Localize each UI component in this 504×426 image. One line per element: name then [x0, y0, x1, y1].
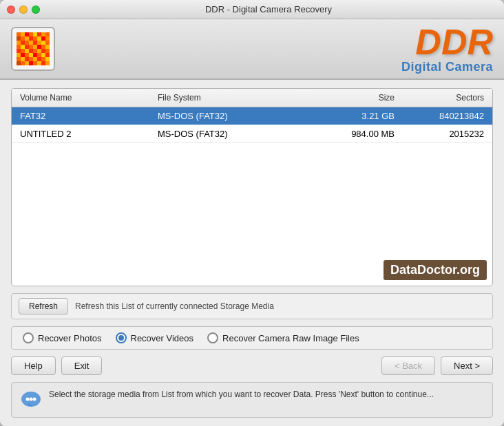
svg-rect-60: [33, 61, 37, 65]
svg-rect-21: [37, 41, 41, 45]
svg-rect-59: [29, 61, 33, 65]
svg-rect-6: [41, 32, 45, 36]
svg-rect-34: [25, 49, 29, 53]
close-button[interactable]: [7, 6, 15, 14]
svg-rect-30: [41, 45, 45, 49]
recovery-type-bar: Recover Photos Recover Videos Recover Ca…: [11, 326, 493, 350]
svg-rect-45: [37, 53, 41, 57]
radio-circle-raw: [207, 332, 218, 343]
svg-rect-19: [29, 41, 33, 45]
svg-rect-5: [37, 32, 41, 36]
svg-rect-17: [21, 41, 25, 45]
svg-rect-3: [29, 32, 33, 36]
svg-rect-63: [45, 61, 50, 65]
svg-rect-55: [45, 57, 50, 61]
radio-label-photos: Recover Photos: [38, 333, 102, 343]
svg-rect-56: [17, 61, 21, 65]
svg-rect-29: [37, 45, 41, 49]
svg-rect-7: [45, 32, 50, 36]
app-logo: [11, 27, 55, 71]
main-window: DDR - Digital Camera Recovery: [0, 0, 504, 426]
svg-rect-51: [29, 57, 33, 61]
exit-button[interactable]: Exit: [61, 356, 103, 375]
header-brand: DDR Digital Camera: [401, 24, 493, 74]
svg-rect-41: [21, 53, 25, 57]
svg-rect-32: [17, 49, 21, 53]
table-header: Volume Name File System Size Sectors: [12, 89, 492, 107]
title-bar: DDR - Digital Camera Recovery: [0, 0, 504, 19]
refresh-description: Refresh this List of currently connected…: [75, 301, 274, 311]
col-size: Size: [308, 92, 397, 104]
header-area: DDR Digital Camera: [0, 19, 504, 80]
radio-recover-raw[interactable]: Recover Camera Raw Image Files: [207, 332, 359, 343]
window-title: DDR - Digital Camera Recovery: [40, 4, 497, 14]
cell-size-1: 984.00 MB: [308, 127, 397, 140]
svg-rect-44: [33, 53, 37, 57]
svg-rect-20: [33, 41, 37, 45]
cell-volume-1: UNTITLED 2: [17, 127, 155, 140]
refresh-bar: Refresh Refresh this List of currently c…: [11, 293, 493, 319]
svg-rect-48: [17, 57, 21, 61]
help-button[interactable]: Help: [11, 356, 56, 375]
cell-sectors-0: 840213842: [397, 109, 487, 123]
svg-rect-52: [33, 57, 37, 61]
cell-size-0: 3.21 GB: [308, 109, 397, 123]
svg-point-65: [26, 398, 30, 401]
watermark: DataDoctor.org: [384, 260, 487, 280]
svg-rect-15: [45, 36, 50, 41]
col-volume-name: Volume Name: [17, 92, 155, 104]
svg-rect-49: [21, 57, 25, 61]
svg-rect-61: [37, 61, 41, 65]
checkerboard-icon: [17, 32, 50, 65]
ddr-logo-text: DDR: [401, 24, 493, 60]
cell-fs-1: MS-DOS (FAT32): [155, 127, 308, 140]
traffic-lights: [7, 6, 40, 14]
svg-rect-0: [17, 32, 21, 36]
svg-rect-23: [45, 41, 50, 45]
svg-rect-47: [45, 53, 50, 57]
cell-sectors-1: 2015232: [397, 127, 487, 140]
svg-rect-14: [41, 36, 45, 41]
info-bar: Select the storage media from List from …: [11, 382, 493, 418]
svg-rect-25: [21, 45, 25, 49]
back-button[interactable]: < Back: [381, 356, 435, 375]
svg-rect-37: [37, 49, 41, 53]
svg-rect-43: [29, 53, 33, 57]
storage-table: Volume Name File System Size Sectors FAT…: [11, 88, 493, 286]
svg-rect-10: [25, 36, 29, 41]
svg-rect-35: [29, 49, 33, 53]
svg-rect-54: [41, 57, 45, 61]
radio-label-videos: Recover Videos: [131, 333, 194, 343]
svg-rect-31: [45, 45, 50, 49]
svg-rect-2: [25, 32, 29, 36]
svg-rect-1: [21, 32, 25, 36]
svg-rect-42: [25, 53, 29, 57]
svg-rect-50: [25, 57, 29, 61]
radio-inner-videos: [118, 335, 124, 341]
refresh-button[interactable]: Refresh: [19, 298, 68, 315]
svg-rect-28: [33, 45, 37, 49]
svg-rect-27: [29, 45, 33, 49]
next-button[interactable]: Next >: [441, 356, 493, 375]
svg-rect-13: [37, 36, 41, 41]
svg-rect-39: [45, 49, 50, 53]
svg-rect-24: [17, 45, 21, 49]
radio-recover-videos[interactable]: Recover Videos: [116, 332, 194, 343]
col-file-system: File System: [155, 92, 308, 104]
svg-point-67: [33, 398, 36, 401]
svg-rect-40: [17, 53, 21, 57]
svg-rect-38: [41, 49, 45, 53]
svg-rect-62: [41, 61, 45, 65]
table-row[interactable]: UNTITLED 2 MS-DOS (FAT32) 984.00 MB 2015…: [12, 125, 492, 143]
svg-rect-26: [25, 45, 29, 49]
svg-rect-36: [33, 49, 37, 53]
maximize-button[interactable]: [32, 6, 40, 14]
svg-rect-4: [33, 32, 37, 36]
svg-rect-58: [25, 61, 29, 65]
info-speech-icon: [20, 390, 42, 412]
radio-recover-photos[interactable]: Recover Photos: [23, 332, 102, 343]
table-row[interactable]: FAT32 MS-DOS (FAT32) 3.21 GB 840213842: [12, 107, 492, 125]
svg-rect-57: [21, 61, 25, 65]
svg-rect-46: [41, 53, 45, 57]
minimize-button[interactable]: [19, 6, 28, 14]
